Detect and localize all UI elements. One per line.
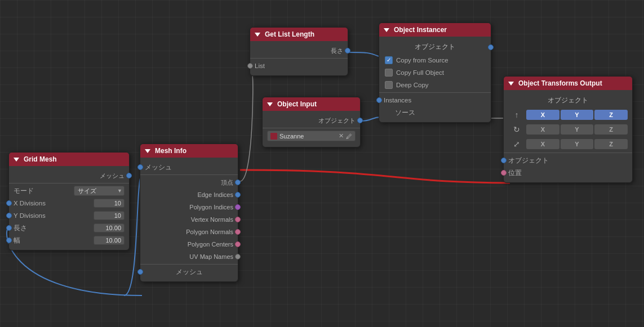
list-input-socket[interactable] <box>247 63 253 69</box>
object-input-body: オブジェクト Suzanne ✕ 🖉 <box>263 111 360 147</box>
x-divisions-label: X Divisions <box>14 200 46 207</box>
polygon-indices-label: Polygon Indices <box>145 204 233 210</box>
mode-dropdown-wrapper[interactable]: サイズ ▼ <box>74 186 125 196</box>
scale-y-button[interactable]: Y <box>561 139 594 149</box>
rotate-z-button[interactable]: Z <box>594 124 628 135</box>
length-input-socket[interactable] <box>6 225 12 231</box>
polygon-normals-label: Polygon Normals <box>145 229 233 235</box>
object-section-label: オブジェクト <box>548 95 588 106</box>
x-divisions-value[interactable]: 10 <box>94 199 125 208</box>
mesh-info-title: Mesh Info <box>155 147 186 155</box>
object-instancer-body: オブジェクト ✓ Copy from Source Copy Full Obje… <box>379 37 491 122</box>
mesh-input-socket[interactable] <box>137 164 143 170</box>
vertex-output-socket[interactable] <box>235 180 241 185</box>
vertex-row: 頂点 <box>140 176 238 189</box>
object-input-row: オブジェクト <box>504 154 632 167</box>
node-grid-mesh[interactable]: Grid Mesh メッシュ モード サイズ ▼ X Divisions <box>8 152 130 250</box>
scale-z-button[interactable]: Z <box>594 139 628 149</box>
vertex-normals-socket[interactable] <box>235 217 241 222</box>
grid-mesh-header: Grid Mesh <box>9 153 129 166</box>
object-input-title: Object Input <box>277 100 317 108</box>
polygon-centers-socket[interactable] <box>235 241 241 247</box>
uv-map-names-label: UV Map Names <box>145 253 233 260</box>
move-y-button[interactable]: Y <box>561 110 594 120</box>
length-output-socket[interactable] <box>345 48 350 53</box>
y-divisions-value[interactable]: 10 <box>94 211 125 220</box>
edge-indices-socket[interactable] <box>235 192 241 198</box>
object-eyedropper-button[interactable]: 🖉 <box>346 133 352 140</box>
mesh-output-socket[interactable] <box>126 173 132 178</box>
vertex-label: 頂点 <box>145 178 233 187</box>
object-output-label: オブジェクト <box>267 117 356 125</box>
get-list-length-title: Get List Length <box>265 30 314 38</box>
y-divisions-row: Y Divisions 10 <box>9 209 129 222</box>
polygon-indices-socket[interactable] <box>235 204 241 210</box>
object-output-socket[interactable] <box>357 118 363 123</box>
deep-copy-checkbox[interactable] <box>385 81 393 89</box>
polygon-centers-label: Polygon Centers <box>145 241 233 248</box>
object-selector[interactable]: Suzanne ✕ 🖉 <box>267 131 356 141</box>
object-transforms-title: Object Transforms Output <box>518 79 602 87</box>
instances-label: Instances <box>384 97 411 104</box>
width-row: 幅 10.00 <box>9 234 129 247</box>
get-list-length-body: 長さ List <box>250 41 348 75</box>
node-mesh-info[interactable]: Mesh Info メッシュ 頂点 Edge Indices Polygon I… <box>140 144 238 282</box>
mode-select[interactable]: サイズ <box>74 186 125 196</box>
mesh-label: メッシュ <box>14 172 125 180</box>
rotate-x-button[interactable]: X <box>526 124 559 135</box>
mode-row: モード サイズ ▼ <box>9 185 129 197</box>
collapse-triangle <box>255 33 260 37</box>
y-divisions-label: Y Divisions <box>14 212 46 219</box>
rotate-icon: ↻ <box>508 125 525 134</box>
move-x-button[interactable]: X <box>526 110 559 120</box>
length-value[interactable]: 10.00 <box>94 223 125 232</box>
uv-map-names-row: UV Map Names <box>140 250 238 263</box>
object-transforms-body: オブジェクト ↑ X Y Z ↻ X Y Z ⤢ X Y Z オブジェクト <box>504 90 632 182</box>
object-output-socket[interactable] <box>488 44 494 50</box>
instances-input-socket[interactable] <box>376 97 382 103</box>
instances-row: Instances <box>379 94 491 106</box>
transform-row-scale: ⤢ X Y Z <box>504 137 632 151</box>
width-socket[interactable] <box>6 238 12 243</box>
copy-full-object-checkbox[interactable] <box>385 69 393 77</box>
position-input-row: 位置 <box>504 167 632 179</box>
object-output-row: オブジェクト <box>263 114 360 127</box>
object-label-row: オブジェクト <box>504 93 632 107</box>
node-object-transforms[interactable]: Object Transforms Output オブジェクト ↑ X Y Z … <box>503 76 633 183</box>
object-input-header: Object Input <box>263 97 360 111</box>
object-instancer-header: Object Instancer <box>379 23 491 37</box>
node-object-input[interactable]: Object Input オブジェクト Suzanne ✕ 🖉 <box>262 97 361 147</box>
length-row: 長さ 10.00 <box>9 222 129 234</box>
node-get-list-length[interactable]: Get List Length 長さ List <box>250 27 348 76</box>
checkmark-icon: ✓ <box>387 57 391 63</box>
y-divisions-socket[interactable] <box>6 213 12 218</box>
width-value[interactable]: 10.00 <box>94 236 125 245</box>
x-divisions-socket[interactable] <box>6 200 12 206</box>
node-object-instancer[interactable]: Object Instancer オブジェクト ✓ Copy from Sour… <box>379 23 491 123</box>
grid-mesh-title: Grid Mesh <box>24 155 57 163</box>
uv-map-names-socket[interactable] <box>235 254 241 259</box>
object-clear-button[interactable]: ✕ <box>339 132 344 140</box>
mesh-output-socket[interactable] <box>137 269 143 275</box>
transform-row-rotate: ↻ X Y Z <box>504 122 632 137</box>
mesh-info-body: メッシュ 頂点 Edge Indices Polygon Indices Ver… <box>140 158 238 281</box>
collapse-triangle <box>384 28 389 32</box>
list-input-label: List <box>255 62 265 69</box>
transform-row-move: ↑ X Y Z <box>504 107 632 122</box>
move-z-button[interactable]: Z <box>594 110 628 120</box>
source-label: ソース <box>384 109 415 117</box>
mesh-info-header: Mesh Info <box>140 144 238 158</box>
scale-icon: ⤢ <box>508 140 525 149</box>
source-row: ソース <box>379 106 491 119</box>
copy-from-source-row: ✓ Copy from Source <box>379 54 491 66</box>
position-input-socket[interactable] <box>501 170 507 176</box>
object-transforms-header: Object Transforms Output <box>504 77 632 90</box>
scale-x-button[interactable]: X <box>526 139 559 149</box>
object-input-socket[interactable] <box>501 158 507 163</box>
polygon-indices-row: Polygon Indices <box>140 201 238 213</box>
polygon-normals-socket[interactable] <box>235 229 241 235</box>
rotate-y-button[interactable]: Y <box>561 124 594 135</box>
width-label: 幅 <box>14 236 20 245</box>
copy-from-source-checkbox[interactable]: ✓ <box>385 56 393 64</box>
object-icon <box>270 133 277 140</box>
